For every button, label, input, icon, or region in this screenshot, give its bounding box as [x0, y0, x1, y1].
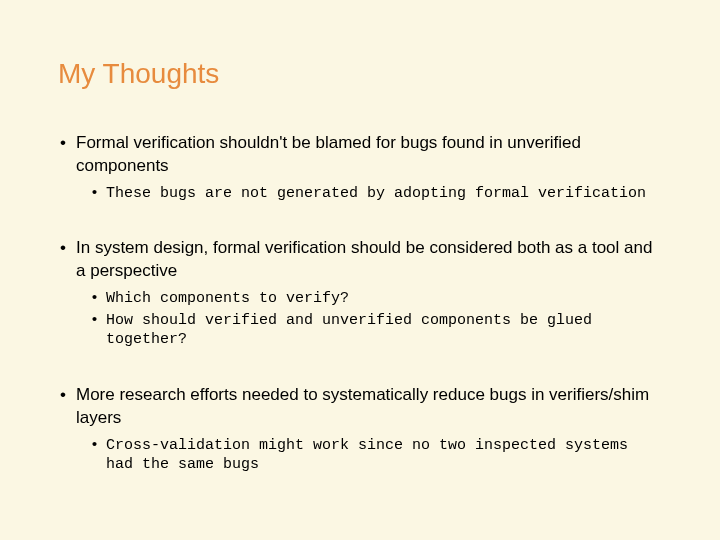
slide-title: My Thoughts	[58, 58, 662, 90]
sub-list: These bugs are not generated by adopting…	[58, 184, 662, 204]
list-item: Formal verification shouldn't be blamed …	[58, 132, 662, 203]
bullet-list: Formal verification shouldn't be blamed …	[58, 132, 662, 475]
slide: My Thoughts Formal verification shouldn'…	[0, 0, 720, 540]
sub-list: Which components to verify? How should v…	[58, 289, 662, 350]
sub-bullet: These bugs are not generated by adopting…	[58, 184, 662, 204]
bullet-text: In system design, formal verification sh…	[58, 237, 662, 283]
sub-bullet: Cross-validation might work since no two…	[58, 436, 662, 475]
sub-bullet: Which components to verify?	[58, 289, 662, 309]
bullet-text: Formal verification shouldn't be blamed …	[58, 132, 662, 178]
sub-list: Cross-validation might work since no two…	[58, 436, 662, 475]
list-item: More research efforts needed to systemat…	[58, 384, 662, 475]
sub-bullet: How should verified and unverified compo…	[58, 311, 662, 350]
bullet-text: More research efforts needed to systemat…	[58, 384, 662, 430]
list-item: In system design, formal verification sh…	[58, 237, 662, 349]
